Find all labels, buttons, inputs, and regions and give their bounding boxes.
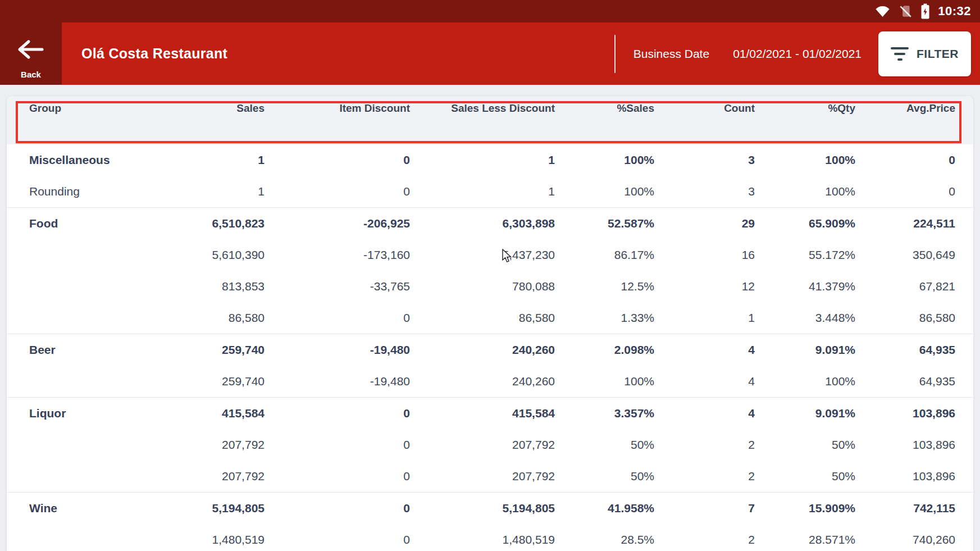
cell-count: 29 xyxy=(654,217,755,230)
cell-item-discount: 0 xyxy=(265,502,410,515)
cell-pct-qty: 9.091% xyxy=(755,407,855,420)
cell-sales: 1 xyxy=(135,185,265,198)
cell-avg-price: 103,896 xyxy=(855,407,955,420)
cell-avg-price: 64,935 xyxy=(855,343,955,357)
cell-sales-less-discount: 1 xyxy=(410,185,555,198)
table-header-row: Group Sales Item Discount Sales Less Dis… xyxy=(7,96,973,144)
cell-sales-less-discount: 780,088 xyxy=(410,280,555,293)
cell-sales-less-discount: 1,480,519 xyxy=(410,533,555,547)
cell-item-discount: 0 xyxy=(265,311,410,325)
cell-pct-qty: 100% xyxy=(755,153,855,167)
cell-group: Miscellaneous xyxy=(22,153,135,167)
cell-pct-qty: 55.172% xyxy=(755,248,855,262)
table-group-row[interactable]: Beer259,740-19,480240,2602.098%49.091%64… xyxy=(7,334,973,366)
table-group-row[interactable]: Wine5,194,80505,194,80541.958%715.909%74… xyxy=(7,493,973,524)
report-table-card: Group Sales Item Discount Sales Less Dis… xyxy=(7,96,973,551)
cell-pct-qty: 9.091% xyxy=(755,343,855,357)
table-sub-row: 259,740-19,480240,260100%4100%64,935 xyxy=(7,366,973,397)
cell-pct-qty: 100% xyxy=(755,185,855,198)
column-header-item-discount[interactable]: Item Discount xyxy=(265,101,410,116)
cell-count: 12 xyxy=(654,280,755,293)
filter-button-label: FILTER xyxy=(917,47,959,61)
app-header: 10:32 Back Olá Costa Restaurant Business… xyxy=(0,0,980,85)
status-bar: 10:32 xyxy=(0,0,980,22)
cell-sales: 86,580 xyxy=(135,311,265,325)
cell-count: 16 xyxy=(654,248,755,262)
wifi-icon xyxy=(875,5,890,17)
cell-sales-less-discount: 6,303,898 xyxy=(410,217,555,230)
table-body: Miscellaneous101100%3100%0Rounding101100… xyxy=(7,144,973,551)
cell-count: 3 xyxy=(654,153,755,167)
cell-pct-sales: 50% xyxy=(555,470,654,483)
cell-item-discount: 0 xyxy=(265,533,410,547)
table-sub-row: 813,853-33,765780,08812.5%1241.379%67,82… xyxy=(7,271,973,302)
cell-sales-less-discount: 86,580 xyxy=(410,311,555,325)
table-group-row[interactable]: Food6,510,823-206,9256,303,89852.587%296… xyxy=(7,208,973,239)
column-header-pct-qty[interactable]: %Qty xyxy=(755,101,855,116)
cell-avg-price: 224,511 xyxy=(855,217,955,230)
cell-sales-less-discount: 5,437,230 xyxy=(410,248,555,262)
column-header-sales-less-discount[interactable]: Sales Less Discount xyxy=(410,101,555,116)
cell-pct-sales: 12.5% xyxy=(555,280,654,293)
cell-count: 4 xyxy=(654,407,755,420)
cell-pct-qty: 65.909% xyxy=(755,217,855,230)
cell-pct-sales: 1.33% xyxy=(555,311,654,325)
table-group-row[interactable]: Miscellaneous101100%3100%0 xyxy=(7,144,973,176)
cell-pct-qty: 3.448% xyxy=(755,311,855,325)
cell-avg-price: 740,260 xyxy=(855,533,955,547)
cell-pct-sales: 86.17% xyxy=(555,248,654,262)
cell-avg-price: 103,896 xyxy=(855,470,955,483)
cell-sales: 259,740 xyxy=(135,343,265,357)
table-sub-row: 207,7920207,79250%250%103,896 xyxy=(7,461,973,492)
cell-count: 4 xyxy=(654,343,755,357)
cell-count: 1 xyxy=(654,311,755,325)
cell-item-discount: -206,925 xyxy=(265,217,410,230)
cell-pct-qty: 41.379% xyxy=(755,280,855,293)
cell-avg-price: 86,580 xyxy=(855,311,955,325)
cell-group: Beer xyxy=(22,343,135,357)
business-date-value: 01/02/2021 - 01/02/2021 xyxy=(733,47,862,61)
cell-avg-price: 350,649 xyxy=(855,248,955,262)
cell-sales: 5,194,805 xyxy=(135,502,265,515)
column-header-avg-price[interactable]: Avg.Price xyxy=(855,101,955,116)
cell-count: 7 xyxy=(654,502,755,515)
column-header-group[interactable]: Group xyxy=(22,101,135,116)
cell-avg-price: 0 xyxy=(855,153,955,167)
status-time: 10:32 xyxy=(938,4,971,19)
cell-item-discount: -19,480 xyxy=(265,375,410,388)
table-sub-row: Rounding101100%3100%0 xyxy=(7,176,973,207)
cell-sales: 415,584 xyxy=(135,407,265,420)
cell-sales: 207,792 xyxy=(135,438,265,452)
cell-item-discount: 0 xyxy=(265,438,410,452)
column-header-count[interactable]: Count xyxy=(654,101,755,116)
filter-icon xyxy=(891,47,909,61)
cell-count: 4 xyxy=(654,375,755,388)
cell-item-discount: -19,480 xyxy=(265,343,410,357)
cell-pct-qty: 50% xyxy=(755,470,855,483)
cell-count: 2 xyxy=(654,438,755,452)
cell-item-discount: 0 xyxy=(265,185,410,198)
page-title: Olá Costa Restaurant xyxy=(81,45,227,62)
cell-sales: 6,510,823 xyxy=(135,217,265,230)
column-header-pct-sales[interactable]: %Sales xyxy=(555,101,654,116)
battery-charging-icon xyxy=(920,3,930,19)
cell-item-discount: 0 xyxy=(265,153,410,167)
cell-item-discount: -33,765 xyxy=(265,280,410,293)
cell-sales: 813,853 xyxy=(135,280,265,293)
cell-avg-price: 0 xyxy=(855,185,955,198)
cell-count: 2 xyxy=(654,470,755,483)
cell-count: 3 xyxy=(654,185,755,198)
cell-pct-qty: 15.909% xyxy=(755,502,855,515)
cell-sales: 5,610,390 xyxy=(135,248,265,262)
cell-sales-less-discount: 415,584 xyxy=(410,407,555,420)
cell-pct-sales: 100% xyxy=(555,153,654,167)
table-group: Wine5,194,80505,194,80541.958%715.909%74… xyxy=(7,492,973,551)
cell-pct-sales: 41.958% xyxy=(555,502,654,515)
cell-sales-less-discount: 240,260 xyxy=(410,343,555,357)
cell-item-discount: -173,160 xyxy=(265,248,410,262)
cell-sales-less-discount: 207,792 xyxy=(410,470,555,483)
table-group-row[interactable]: Liquor415,5840415,5843.357%49.091%103,89… xyxy=(7,398,973,429)
cell-group: Food xyxy=(22,217,135,230)
column-header-sales[interactable]: Sales xyxy=(135,101,265,116)
filter-button[interactable]: FILTER xyxy=(878,31,971,76)
